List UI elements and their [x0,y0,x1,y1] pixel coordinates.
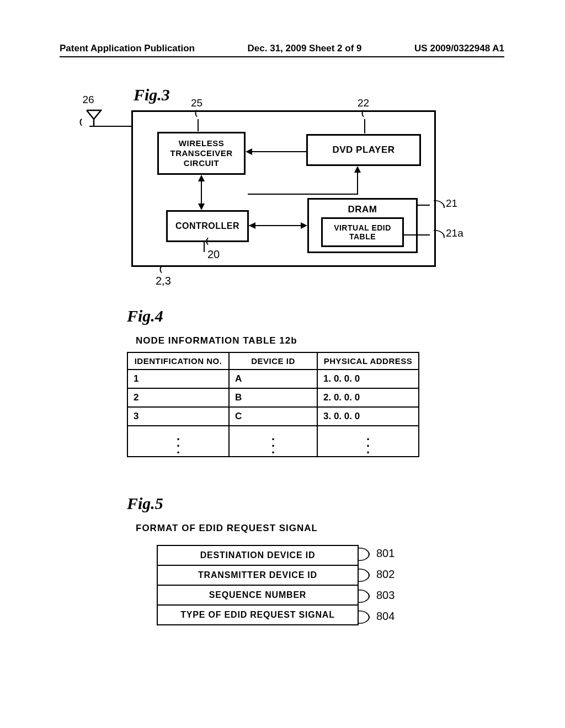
block-wireless-transceiver: WIRELESS TRANSCEIVER CIRCUIT [157,132,246,175]
table-row: TYPE OF EDID REQUEST SIGNAL [157,605,358,625]
page-header: Patent Application Publication Dec. 31, … [60,43,504,57]
table-row: 2 B 2. 0. 0. 0 [127,388,419,407]
header-left: Patent Application Publication [60,43,195,54]
table-row: SEQUENCE NUMBER [157,585,358,605]
fig3-outer-box: WIRELESS TRANSCEIVER CIRCUIT DVD PLAYER … [131,110,436,267]
block-dvd-player: DVD PLAYER [306,134,421,166]
ref-801: 801 [376,547,395,560]
col-identification-no: IDENTIFICATION NO. [127,352,229,370]
fig3-title: Fig.3 [134,85,170,104]
ref-21a: 21a [446,227,463,239]
table-row-ellipsis: ... ... ... [127,426,419,457]
ref-804: 804 [376,610,395,623]
table-row: 3 C 3. 0. 0. 0 [127,407,419,426]
ref-26: 26 [72,94,105,106]
table-row: 1 A 1. 0. 0. 0 [127,370,419,388]
node-information-table: IDENTIFICATION NO. DEVICE ID PHYSICAL AD… [127,352,419,457]
ref-20: 20 [207,248,220,261]
table-row: DESTINATION DEVICE ID [157,545,358,565]
antenna-ref-wrap: 26 [72,94,105,128]
header-right: US 2009/0322948 A1 [414,43,504,54]
fig4-title: Fig.4 [127,307,163,325]
ref-803: 803 [376,589,395,602]
fig5-caption: FORMAT OF EDID REQUEST SIGNAL [136,523,318,534]
ref-21: 21 [446,197,457,210]
fig4-caption: NODE INFORMATION TABLE 12b [136,335,297,346]
ref-22: 22 [358,97,369,109]
antenna-lead [89,126,131,127]
table-header-row: IDENTIFICATION NO. DEVICE ID PHYSICAL AD… [127,352,419,370]
fig5-title: Fig.5 [127,494,163,513]
edid-request-format-table: DESTINATION DEVICE ID TRANSMITTER DEVICE… [157,545,359,625]
ref-25: 25 [191,97,202,109]
col-device-id: DEVICE ID [229,352,317,370]
table-row: TRANSMITTER DEVICE ID [157,565,358,585]
header-center: Dec. 31, 2009 Sheet 2 of 9 [248,43,362,54]
ref-2-3: 2,3 [156,275,171,287]
antenna-icon [86,109,102,126]
ref-802: 802 [376,568,395,581]
col-physical-address: PHYSICAL ADDRESS [317,352,419,370]
